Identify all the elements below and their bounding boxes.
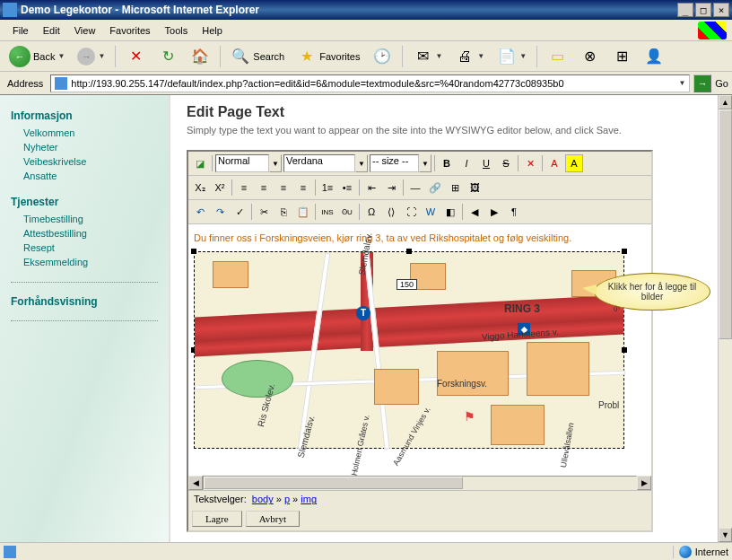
strike-button[interactable]: S xyxy=(497,154,515,172)
chevron-down-icon[interactable]: ▼ xyxy=(678,79,685,87)
text-color-button[interactable]: A xyxy=(545,154,563,172)
scroll-right-icon[interactable]: ▶ xyxy=(637,476,651,490)
sidebar-item-veibeskrivelse[interactable]: Veibeskrivelse xyxy=(11,154,158,169)
char-button[interactable]: Ω xyxy=(362,203,380,221)
source-button[interactable]: ⟨⟩ xyxy=(382,203,400,221)
sidebar-item-velkommen[interactable]: Velkommen xyxy=(11,126,158,140)
messenger-icon: 👤 xyxy=(644,47,664,66)
indent-button[interactable]: ⇥ xyxy=(382,179,400,197)
wysiwyg-editor: ◪ Normal▼ Verdana▼ -- size --▼ B I U S ✕ xyxy=(187,150,653,532)
sup-button[interactable]: X² xyxy=(211,179,229,197)
sidebar-item-forhandsvisning[interactable]: Forhåndsvisning xyxy=(11,295,158,308)
page-status-icon xyxy=(4,546,16,558)
paragraph-button[interactable]: ¶ xyxy=(505,203,523,221)
image-button[interactable]: 🖼 xyxy=(466,179,484,197)
research-button[interactable]: ⊗ xyxy=(574,43,605,70)
redo-button[interactable]: ↷ xyxy=(211,203,229,221)
prev-button[interactable]: ◀ xyxy=(466,203,484,221)
align-justify-button[interactable]: ≡ xyxy=(294,179,312,197)
editor-path-selector: Tekstvelger: body » p » img xyxy=(188,490,651,507)
sidebar-item-attestbestilling[interactable]: Attestbestilling xyxy=(11,226,158,241)
spell-button[interactable]: ✓ xyxy=(231,203,248,221)
underline-button[interactable]: U xyxy=(477,154,495,172)
format-select[interactable]: Normal▼ xyxy=(215,154,282,172)
sidebar-item-ansatte[interactable]: Ansatte xyxy=(11,169,158,183)
minimize-button[interactable]: _ xyxy=(677,3,693,17)
mail-button[interactable]: ✉▼ xyxy=(407,43,448,70)
ins-button[interactable]: INS xyxy=(318,203,336,221)
sidebar-item-resept[interactable]: Resept xyxy=(11,241,158,255)
hr-button[interactable]: — xyxy=(406,179,424,197)
menu-tools[interactable]: Tools xyxy=(158,22,196,39)
go-button[interactable]: → xyxy=(693,74,711,92)
next-button[interactable]: ▶ xyxy=(485,203,503,221)
map-image[interactable]: T ◆ ⚑ 150 RING 3 Viggo Hansteens v. Fors… xyxy=(194,251,624,449)
undo-button[interactable]: ↶ xyxy=(191,203,209,221)
bg-color-button[interactable]: A xyxy=(565,154,583,172)
maximize-button[interactable]: □ xyxy=(695,3,711,17)
url-input[interactable]: http://193.90.255.147/default/index.php?… xyxy=(50,74,690,92)
font-select[interactable]: Verdana▼ xyxy=(283,154,368,172)
path-p[interactable]: p xyxy=(284,494,290,504)
path-img[interactable]: img xyxy=(301,494,317,504)
path-body[interactable]: body xyxy=(252,494,274,504)
remove-format-button[interactable]: ✕ xyxy=(521,154,539,172)
scroll-left-icon[interactable]: ◀ xyxy=(188,476,203,490)
back-button[interactable]: ← Back ▼ xyxy=(4,42,70,71)
sidebar-item-timebestilling[interactable]: Timebestilling xyxy=(11,212,158,226)
outdent-button[interactable]: ⇤ xyxy=(362,179,380,197)
page-vscroll[interactable]: ▲ ▼ xyxy=(718,95,732,542)
discuss-button[interactable]: ▭ xyxy=(542,43,572,70)
refresh-button[interactable]: ↻ xyxy=(152,43,183,70)
edit-button[interactable]: 📄▼ xyxy=(492,43,532,70)
menu-file[interactable]: File xyxy=(5,22,36,39)
word-button[interactable]: W xyxy=(422,203,440,221)
messenger-button[interactable]: 👤 xyxy=(639,43,669,70)
editor-hscroll[interactable]: ◀ ▶ xyxy=(188,476,651,490)
transit-icon: T xyxy=(356,306,370,320)
clean-button[interactable]: ◧ xyxy=(441,203,459,221)
link-button[interactable]: 🔗 xyxy=(426,179,444,197)
menu-edit[interactable]: Edit xyxy=(36,22,67,39)
ou-button[interactable]: ʘU xyxy=(338,203,356,221)
sub-button[interactable]: X₂ xyxy=(191,179,209,197)
sidebar: Informasjon Velkommen Nyheter Veibeskriv… xyxy=(0,95,170,542)
paste-button[interactable]: 📋 xyxy=(294,203,312,221)
history-button[interactable]: 🕑 xyxy=(367,43,397,70)
italic-button[interactable]: I xyxy=(458,154,475,172)
copy-button[interactable]: ⎘ xyxy=(274,203,292,221)
menu-view[interactable]: View xyxy=(67,22,103,39)
ol-button[interactable]: 1≡ xyxy=(318,179,336,197)
scroll-up-icon[interactable]: ▲ xyxy=(719,95,732,109)
editor-logo-icon[interactable]: ◪ xyxy=(191,154,209,172)
ul-button[interactable]: •≡ xyxy=(338,179,356,197)
sidebar-item-eksemmelding[interactable]: Eksemmelding xyxy=(11,255,158,269)
editor-paragraph[interactable]: Du finner oss i Forskningsveien, kjør ri… xyxy=(194,231,646,246)
align-center-button[interactable]: ≡ xyxy=(255,179,273,197)
size-select[interactable]: -- size --▼ xyxy=(370,154,431,172)
print-button[interactable]: 🖨▼ xyxy=(449,43,490,70)
scroll-down-icon[interactable]: ▼ xyxy=(719,528,732,542)
statusbar: Internet xyxy=(0,542,732,560)
table-button[interactable]: ⊞ xyxy=(446,179,464,197)
favorites-button[interactable]: ★ Favorites xyxy=(292,43,365,70)
align-right-button[interactable]: ≡ xyxy=(274,179,292,197)
align-left-button[interactable]: ≡ xyxy=(235,179,253,197)
close-button[interactable]: × xyxy=(713,3,729,17)
menu-favorites[interactable]: Favorites xyxy=(102,22,157,39)
search-button[interactable]: 🔍 Search xyxy=(225,43,290,70)
home-button[interactable]: 🏠 xyxy=(185,43,215,70)
forward-button[interactable]: → ▼ xyxy=(72,44,110,69)
toolbar-button[interactable]: ⊞ xyxy=(606,43,637,70)
cut-button[interactable]: ✂ xyxy=(255,203,273,221)
menu-help[interactable]: Help xyxy=(195,22,230,39)
sidebar-item-nyheter[interactable]: Nyheter xyxy=(11,140,158,154)
editor-content[interactable]: Du finner oss i Forskningsveien, kjør ri… xyxy=(188,224,651,476)
bold-button[interactable]: B xyxy=(438,154,456,172)
stop-button[interactable]: ✕ xyxy=(120,43,151,70)
cancel-button[interactable]: Avbryt xyxy=(246,511,300,527)
fullscreen-button[interactable]: ⛶ xyxy=(402,203,420,221)
window-title: Demo Legekontor - Microsoft Internet Exp… xyxy=(21,4,677,16)
save-button[interactable]: Lagre xyxy=(192,511,242,527)
editor-buttons: Lagre Avbryt xyxy=(188,507,651,530)
